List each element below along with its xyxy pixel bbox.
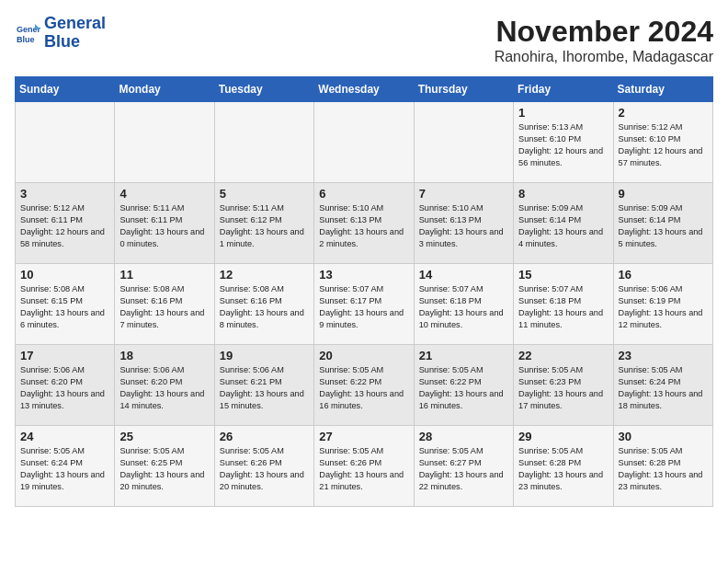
day-info: Sunrise: 5:05 AM Sunset: 6:27 PM Dayligh…	[419, 445, 508, 493]
logo-line1: General	[44, 15, 106, 33]
day-info: Sunrise: 5:07 AM Sunset: 6:17 PM Dayligh…	[319, 283, 408, 331]
calendar-cell	[16, 102, 115, 183]
day-info: Sunrise: 5:07 AM Sunset: 6:18 PM Dayligh…	[419, 283, 508, 331]
day-number: 10	[20, 268, 109, 282]
calendar-cell: 25Sunrise: 5:05 AM Sunset: 6:25 PM Dayli…	[115, 426, 214, 507]
day-number: 26	[220, 430, 309, 443]
calendar-cell: 22Sunrise: 5:05 AM Sunset: 6:23 PM Dayli…	[514, 345, 613, 426]
calendar-cell	[214, 102, 313, 183]
day-number: 22	[518, 349, 608, 362]
calendar-cell: 5Sunrise: 5:11 AM Sunset: 6:12 PM Daylig…	[214, 183, 313, 264]
day-number: 6	[319, 187, 408, 201]
day-number: 11	[119, 268, 209, 282]
day-number: 18	[119, 349, 209, 362]
day-number: 1	[518, 106, 608, 120]
day-number: 30	[619, 430, 708, 443]
day-info: Sunrise: 5:08 AM Sunset: 6:16 PM Dayligh…	[220, 283, 309, 331]
day-info: Sunrise: 5:08 AM Sunset: 6:15 PM Dayligh…	[20, 283, 109, 331]
calendar-cell: 14Sunrise: 5:07 AM Sunset: 6:18 PM Dayli…	[414, 264, 513, 345]
calendar-body: 1Sunrise: 5:13 AM Sunset: 6:10 PM Daylig…	[16, 102, 713, 507]
day-info: Sunrise: 5:10 AM Sunset: 6:13 PM Dayligh…	[319, 202, 408, 250]
day-number: 4	[119, 187, 209, 201]
day-info: Sunrise: 5:06 AM Sunset: 6:20 PM Dayligh…	[119, 364, 209, 412]
logo: General Blue General Blue	[15, 15, 106, 52]
day-info: Sunrise: 5:12 AM Sunset: 6:11 PM Dayligh…	[20, 202, 109, 250]
day-number: 21	[419, 349, 508, 362]
day-info: Sunrise: 5:05 AM Sunset: 6:24 PM Dayligh…	[20, 445, 109, 493]
day-number: 13	[319, 268, 408, 282]
calendar-cell: 23Sunrise: 5:05 AM Sunset: 6:24 PM Dayli…	[613, 345, 712, 426]
calendar-table: SundayMondayTuesdayWednesdayThursdayFrid…	[15, 76, 713, 507]
calendar-cell: 10Sunrise: 5:08 AM Sunset: 6:15 PM Dayli…	[16, 264, 115, 345]
day-number: 24	[20, 430, 109, 443]
day-info: Sunrise: 5:10 AM Sunset: 6:13 PM Dayligh…	[419, 202, 508, 250]
calendar-week-3: 17Sunrise: 5:06 AM Sunset: 6:20 PM Dayli…	[16, 345, 713, 426]
day-info: Sunrise: 5:07 AM Sunset: 6:18 PM Dayligh…	[518, 283, 608, 331]
calendar-cell: 6Sunrise: 5:10 AM Sunset: 6:13 PM Daylig…	[314, 183, 414, 264]
day-info: Sunrise: 5:11 AM Sunset: 6:11 PM Dayligh…	[119, 202, 209, 250]
day-number: 27	[319, 430, 408, 443]
calendar-cell	[115, 102, 214, 183]
calendar-week-0: 1Sunrise: 5:13 AM Sunset: 6:10 PM Daylig…	[16, 102, 713, 183]
day-number: 2	[619, 106, 708, 120]
calendar-header-row: SundayMondayTuesdayWednesdayThursdayFrid…	[16, 77, 713, 102]
calendar-cell: 11Sunrise: 5:08 AM Sunset: 6:16 PM Dayli…	[115, 264, 214, 345]
day-info: Sunrise: 5:09 AM Sunset: 6:14 PM Dayligh…	[619, 202, 708, 250]
day-info: Sunrise: 5:13 AM Sunset: 6:10 PM Dayligh…	[518, 121, 608, 169]
day-info: Sunrise: 5:09 AM Sunset: 6:14 PM Dayligh…	[518, 202, 608, 250]
day-number: 8	[518, 187, 608, 201]
calendar-cell: 21Sunrise: 5:05 AM Sunset: 6:22 PM Dayli…	[414, 345, 513, 426]
day-info: Sunrise: 5:05 AM Sunset: 6:25 PM Dayligh…	[119, 445, 209, 493]
day-info: Sunrise: 5:12 AM Sunset: 6:10 PM Dayligh…	[619, 121, 708, 169]
calendar-cell: 24Sunrise: 5:05 AM Sunset: 6:24 PM Dayli…	[16, 426, 115, 507]
svg-text:Blue: Blue	[17, 35, 35, 44]
day-number: 9	[619, 187, 708, 201]
day-info: Sunrise: 5:11 AM Sunset: 6:12 PM Dayligh…	[220, 202, 309, 250]
calendar-cell: 9Sunrise: 5:09 AM Sunset: 6:14 PM Daylig…	[613, 183, 712, 264]
calendar-cell: 13Sunrise: 5:07 AM Sunset: 6:17 PM Dayli…	[314, 264, 414, 345]
day-number: 19	[220, 349, 309, 362]
month-title: November 2024	[495, 15, 713, 49]
calendar-cell: 8Sunrise: 5:09 AM Sunset: 6:14 PM Daylig…	[514, 183, 613, 264]
header-monday: Monday	[115, 77, 214, 102]
header-wednesday: Wednesday	[314, 77, 414, 102]
day-number: 23	[619, 349, 708, 362]
day-number: 14	[419, 268, 508, 282]
day-number: 17	[20, 349, 109, 362]
calendar-cell: 19Sunrise: 5:06 AM Sunset: 6:21 PM Dayli…	[214, 345, 313, 426]
day-number: 3	[20, 187, 109, 201]
day-number: 25	[119, 430, 209, 443]
calendar-cell: 2Sunrise: 5:12 AM Sunset: 6:10 PM Daylig…	[613, 102, 712, 183]
day-info: Sunrise: 5:05 AM Sunset: 6:28 PM Dayligh…	[619, 445, 708, 493]
header-sunday: Sunday	[16, 77, 115, 102]
day-info: Sunrise: 5:08 AM Sunset: 6:16 PM Dayligh…	[119, 283, 209, 331]
day-info: Sunrise: 5:06 AM Sunset: 6:20 PM Dayligh…	[20, 364, 109, 412]
calendar-cell: 4Sunrise: 5:11 AM Sunset: 6:11 PM Daylig…	[115, 183, 214, 264]
calendar-cell: 29Sunrise: 5:05 AM Sunset: 6:28 PM Dayli…	[514, 426, 613, 507]
calendar-cell: 28Sunrise: 5:05 AM Sunset: 6:27 PM Dayli…	[414, 426, 513, 507]
calendar-cell: 12Sunrise: 5:08 AM Sunset: 6:16 PM Dayli…	[214, 264, 313, 345]
calendar-cell: 26Sunrise: 5:05 AM Sunset: 6:26 PM Dayli…	[214, 426, 313, 507]
day-info: Sunrise: 5:05 AM Sunset: 6:24 PM Dayligh…	[619, 364, 708, 412]
calendar-cell: 27Sunrise: 5:05 AM Sunset: 6:26 PM Dayli…	[314, 426, 414, 507]
header-friday: Friday	[514, 77, 613, 102]
calendar-week-2: 10Sunrise: 5:08 AM Sunset: 6:15 PM Dayli…	[16, 264, 713, 345]
calendar-cell: 30Sunrise: 5:05 AM Sunset: 6:28 PM Dayli…	[613, 426, 712, 507]
header-thursday: Thursday	[414, 77, 513, 102]
day-number: 29	[518, 430, 608, 443]
calendar-cell: 3Sunrise: 5:12 AM Sunset: 6:11 PM Daylig…	[16, 183, 115, 264]
header-saturday: Saturday	[613, 77, 712, 102]
calendar-week-1: 3Sunrise: 5:12 AM Sunset: 6:11 PM Daylig…	[16, 183, 713, 264]
day-info: Sunrise: 5:05 AM Sunset: 6:28 PM Dayligh…	[518, 445, 608, 493]
day-number: 7	[419, 187, 508, 201]
calendar-cell	[314, 102, 414, 183]
day-number: 16	[619, 268, 708, 282]
day-info: Sunrise: 5:06 AM Sunset: 6:21 PM Dayligh…	[220, 364, 309, 412]
logo-icon: General Blue	[15, 20, 40, 46]
calendar-cell: 20Sunrise: 5:05 AM Sunset: 6:22 PM Dayli…	[314, 345, 414, 426]
logo-line2: Blue	[44, 33, 106, 52]
day-number: 5	[220, 187, 309, 201]
title-section: November 2024 Ranohira, Ihorombe, Madaga…	[495, 15, 713, 65]
calendar-cell: 16Sunrise: 5:06 AM Sunset: 6:19 PM Dayli…	[613, 264, 712, 345]
calendar-cell	[414, 102, 513, 183]
